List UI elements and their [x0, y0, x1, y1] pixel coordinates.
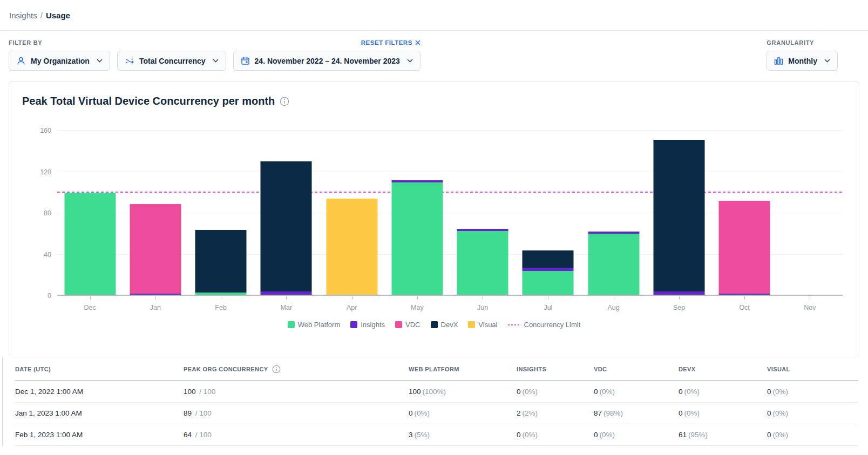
stacked-bar[interactable]: [195, 131, 247, 296]
month-slot: Feb: [188, 131, 254, 296]
product-percent: (0%): [600, 388, 615, 396]
x-axis-tick: [155, 296, 156, 300]
y-axis-tick-label: 80: [44, 209, 51, 217]
x-axis-month-label: Nov: [777, 304, 843, 311]
stacked-bar[interactable]: [391, 131, 443, 296]
legend-item-devx[interactable]: DevX: [431, 321, 458, 329]
bar-segment-visual[interactable]: [326, 199, 377, 295]
x-axis-tick: [221, 296, 221, 300]
x-axis-month-label: Jan: [123, 304, 188, 311]
column-header-label: INSIGHTS: [517, 366, 546, 372]
organization-filter-dropdown[interactable]: My Organization: [9, 51, 110, 71]
legend-item-insights[interactable]: Insights: [350, 321, 385, 329]
product-percent: (0%): [415, 409, 430, 417]
peak-value: 89: [184, 409, 192, 417]
stacked-bar[interactable]: [326, 131, 377, 296]
x-axis-tick: [548, 296, 548, 300]
legend-label: Web Platform: [298, 321, 341, 329]
stacked-bar[interactable]: [588, 131, 639, 296]
chevron-down-icon: [213, 59, 219, 63]
stacked-bar[interactable]: [719, 131, 770, 296]
stacked-bar[interactable]: [653, 131, 704, 296]
bar-segment-web[interactable]: [588, 234, 639, 296]
month-slot: May: [384, 131, 450, 296]
y-axis-tick-label: 120: [40, 168, 51, 176]
product-value: 0: [767, 431, 771, 439]
close-icon: [415, 40, 421, 45]
product-value: 0: [594, 431, 598, 439]
devx-cell: 61(95%): [679, 431, 767, 439]
x-axis-month-label: Mar: [254, 304, 319, 311]
product-value: 3: [409, 431, 413, 439]
column-header-label: PEAK ORG CONCURRENCY: [184, 366, 268, 372]
bar-segment-web[interactable]: [523, 271, 574, 296]
stacked-bar[interactable]: [457, 131, 508, 296]
column-header-label: WEB PLATFORM: [409, 366, 459, 372]
stacked-bar[interactable]: [130, 131, 181, 296]
bar-segment-vdc[interactable]: [130, 204, 181, 294]
column-header: DEVX: [679, 366, 767, 372]
table-row: Jan 1, 2023 1:00 AM89 / 1000(0%)2(2%)87(…: [15, 403, 858, 424]
vdc-cell: 0(0%): [594, 388, 679, 396]
legend-item-concurrency-limit[interactable]: Concurrency Limit: [508, 321, 581, 329]
stacked-bar[interactable]: [784, 131, 836, 296]
peak-value: 100: [184, 388, 196, 396]
product-percent: (0%): [523, 388, 538, 396]
chart-title: Peak Total Virtual Device Concurrency pe…: [22, 95, 275, 107]
product-value: 0: [594, 388, 598, 396]
x-axis-month-label: Oct: [712, 304, 777, 311]
product-value: 0: [679, 409, 683, 417]
insights-cell: 0(0%): [517, 388, 594, 396]
date-range-dropdown[interactable]: 24. November 2022 – 24. November 2023: [233, 51, 421, 71]
legend-item-visual[interactable]: Visual: [468, 321, 497, 329]
bar-segment-web[interactable]: [457, 231, 508, 296]
vdc-cell: 0(0%): [594, 431, 679, 439]
product-value: 87: [594, 409, 602, 417]
product-value: 0: [679, 388, 683, 396]
chevron-down-icon: [97, 59, 103, 63]
breadcrumb: Insights / Usage: [0, 0, 868, 31]
metric-filter-dropdown[interactable]: Total Concurrency: [117, 51, 226, 71]
peak-limit: / 100: [193, 409, 212, 417]
legend-item-vdc[interactable]: VDC: [395, 321, 420, 329]
product-percent: (98%): [603, 409, 623, 417]
chart-plot-area: 04080120160DecJanFebMarAprMayJunJulAugSe…: [57, 131, 843, 296]
reset-filters-button[interactable]: RESET FILTERS: [361, 39, 421, 46]
legend-swatch-devx: [431, 321, 438, 328]
x-axis-month-label: Feb: [188, 304, 254, 311]
user-icon: [16, 56, 26, 66]
visual-cell: 0(0%): [767, 409, 858, 417]
info-icon[interactable]: [272, 365, 281, 373]
info-icon[interactable]: [280, 97, 289, 106]
stacked-bar[interactable]: [261, 131, 312, 296]
y-axis-tick-label: 40: [44, 251, 51, 259]
bar-segment-devx[interactable]: [261, 161, 312, 291]
x-axis-tick: [744, 296, 745, 300]
bar-segment-devx[interactable]: [653, 140, 704, 291]
peak-concurrency-cell: 100 / 100: [184, 388, 409, 396]
bar-segment-web[interactable]: [64, 193, 116, 296]
stacked-bar[interactable]: [523, 131, 574, 296]
web-platform-cell: 3(5%): [409, 431, 517, 439]
column-header: DATE (UTC): [15, 366, 184, 372]
bar-segment-vdc[interactable]: [719, 201, 770, 294]
bar-segment-devx[interactable]: [195, 230, 247, 293]
bar-segment-web[interactable]: [391, 182, 443, 296]
product-percent: (0%): [684, 388, 700, 396]
legend-label: Insights: [361, 321, 385, 329]
bar-segment-devx[interactable]: [523, 250, 574, 268]
granularity-dropdown[interactable]: Monthly: [767, 51, 838, 71]
legend-item-web[interactable]: Web Platform: [288, 321, 341, 329]
x-axis-tick: [483, 296, 483, 300]
month-slot: Oct: [712, 131, 777, 296]
stacked-bar[interactable]: [64, 131, 116, 296]
chevron-down-icon: [407, 59, 413, 63]
peak-value: 64: [184, 431, 192, 439]
breadcrumb-insights[interactable]: Insights: [9, 11, 37, 20]
column-header: VISUAL: [767, 366, 858, 372]
month-slot: Jan: [123, 131, 188, 296]
legend-swatch-vdc: [395, 321, 402, 328]
date-cell: Jan 1, 2023 1:00 AM: [15, 409, 184, 417]
devx-cell: 0(0%): [679, 409, 767, 417]
filter-by-label: FILTER BY: [9, 39, 421, 46]
